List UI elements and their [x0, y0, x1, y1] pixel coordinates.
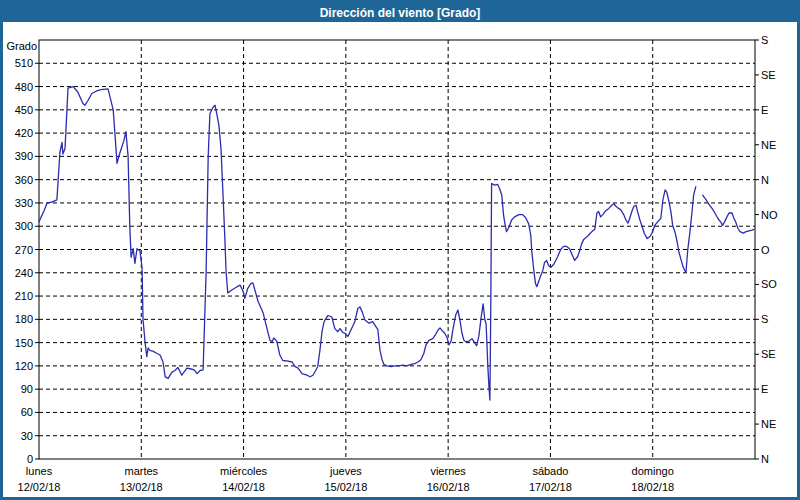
day-name: viernes [430, 465, 466, 477]
compass-label: N [761, 453, 769, 465]
day-date: 12/02/18 [18, 481, 61, 493]
app-window: Dirección del viento [Grado] 03060901201… [0, 0, 800, 500]
compass-label: S [761, 34, 768, 46]
chart-area: 0306090120150180210240270300330360390420… [3, 22, 797, 497]
day-name: miércoles [220, 465, 268, 477]
y-tick-label: 360 [15, 174, 33, 186]
y-tick-label: 240 [15, 267, 33, 279]
compass-label: NO [761, 209, 778, 221]
y-tick-label: 420 [15, 127, 33, 139]
day-date: 15/02/18 [324, 481, 367, 493]
compass-label: NE [761, 418, 776, 430]
y-tick-label: 30 [21, 430, 33, 442]
y-tick-label: 210 [15, 290, 33, 302]
y-tick-label: 0 [27, 453, 33, 465]
y-axis-title: Grado [6, 40, 37, 52]
y-tick-label: 510 [15, 57, 33, 69]
day-name: sábado [532, 465, 568, 477]
y-tick-label: 270 [15, 244, 33, 256]
y-axis-labels: 0306090120150180210240270300330360390420… [15, 57, 39, 465]
compass-label: O [761, 244, 770, 256]
compass-label: SE [761, 69, 776, 81]
wind-direction-chart: 0306090120150180210240270300330360390420… [3, 22, 797, 497]
y-tick-label: 300 [15, 220, 33, 232]
title-bar: Dirección del viento [Grado] [3, 3, 797, 22]
y-tick-label: 120 [15, 360, 33, 372]
day-date: 16/02/18 [427, 481, 470, 493]
y-tick-label: 90 [21, 383, 33, 395]
window-title: Dirección del viento [Grado] [320, 6, 481, 20]
compass-label: NE [761, 139, 776, 151]
day-date: 13/02/18 [120, 481, 163, 493]
y-tick-label: 330 [15, 197, 33, 209]
day-name: jueves [329, 465, 362, 477]
day-date: 18/02/18 [631, 481, 674, 493]
y-tick-label: 60 [21, 406, 33, 418]
day-name: lunes [26, 465, 53, 477]
y-tick-label: 450 [15, 104, 33, 116]
x-axis-labels: lunes12/02/18martes13/02/18miércoles14/0… [18, 465, 675, 493]
compass-label: SO [761, 278, 777, 290]
compass-label: E [761, 383, 768, 395]
compass-label: N [761, 174, 769, 186]
compass-label: E [761, 104, 768, 116]
day-name: martes [124, 465, 158, 477]
compass-label: SE [761, 348, 776, 360]
y-tick-label: 480 [15, 81, 33, 93]
compass-label: S [761, 313, 768, 325]
day-date: 17/02/18 [529, 481, 572, 493]
day-date: 14/02/18 [222, 481, 265, 493]
y-tick-label: 150 [15, 337, 33, 349]
right-axis-labels: SSEENENNOOSOSSEENEN [755, 34, 778, 465]
h-gridlines [39, 63, 755, 435]
y-tick-label: 390 [15, 150, 33, 162]
y-tick-label: 180 [15, 313, 33, 325]
day-name: domingo [632, 465, 674, 477]
